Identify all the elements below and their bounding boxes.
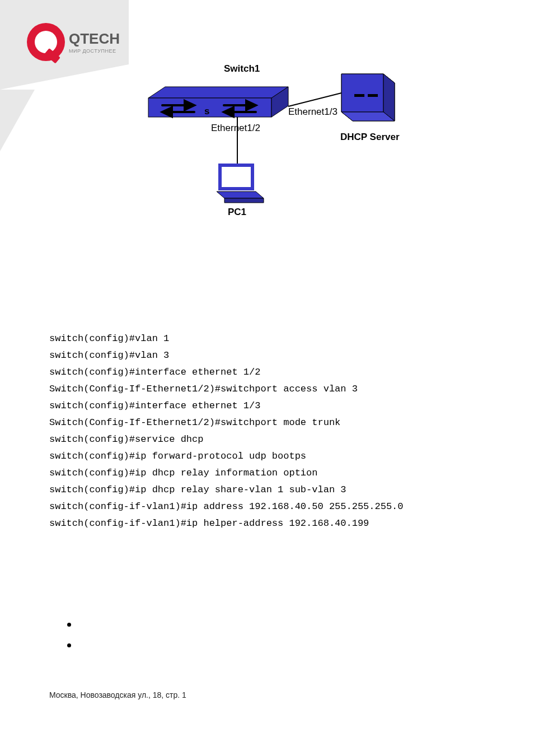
svg-marker-6 [148, 87, 288, 98]
svg-marker-22 [224, 198, 264, 203]
svg-marker-15 [341, 74, 383, 112]
code-line: switch(config)#interface ethernet 1/3 [49, 400, 260, 411]
svg-text:s: s [204, 106, 209, 116]
code-line: switch(config)#ip dhcp relay information… [49, 468, 317, 478]
switch-icon: s [148, 87, 288, 117]
code-line: switch(config-if-vlan1)#ip address 192.1… [49, 501, 404, 512]
pc-label: PC1 [228, 207, 246, 216]
bullet-icon [67, 623, 71, 627]
code-line: switch(config)#vlan 1 [49, 333, 169, 344]
code-line: Switch(Config-If-Ethernet1/2)#switchport… [49, 384, 358, 394]
svg-rect-18 [354, 94, 364, 97]
svg-text:МИР ДОСТУПНЕЕ: МИР ДОСТУПНЕЕ [69, 48, 116, 54]
server-label: DHCP Server [340, 132, 400, 142]
svg-point-2 [35, 31, 57, 53]
code-line: switch(config)#interface ethernet 1/2 [49, 367, 260, 377]
code-line: switch(config-if-vlan1)#ip helper-addres… [49, 518, 369, 529]
pc-icon [217, 165, 264, 203]
code-line: switch(config)#ip forward-protocol udp b… [49, 451, 306, 461]
code-line: switch(config)#service dhcp [49, 434, 203, 445]
svg-text:QTECH: QTECH [69, 30, 120, 47]
brand-logo: QTECH МИР ДОСТУПНЕЕ [0, 0, 129, 90]
switch-label: Switch1 [224, 63, 260, 74]
bullet-icon [67, 643, 71, 647]
logo-fold [0, 90, 35, 151]
code-line: switch(config)#vlan 3 [49, 350, 169, 361]
network-diagram: Switch1 s Ethernet1/3 [132, 62, 423, 216]
link-switch-server [288, 93, 341, 106]
svg-marker-21 [217, 192, 264, 198]
config-code-block: switch(config)#vlan 1 switch(config)#vla… [49, 330, 404, 532]
code-line: switch(config)#ip dhcp relay share-vlan … [49, 484, 346, 495]
svg-rect-19 [368, 94, 378, 97]
code-line: Switch(Config-If-Ethernet1/2)#switchport… [49, 417, 340, 428]
bullet-list [67, 623, 71, 664]
footer-address: Москва, Новозаводская ул., 18, стр. 1 [49, 690, 186, 699]
server-icon [341, 74, 395, 121]
svg-rect-20 [220, 165, 252, 189]
port-right-label: Ethernet1/3 [288, 106, 338, 117]
port-left-label: Ethernet1/2 [211, 123, 260, 133]
